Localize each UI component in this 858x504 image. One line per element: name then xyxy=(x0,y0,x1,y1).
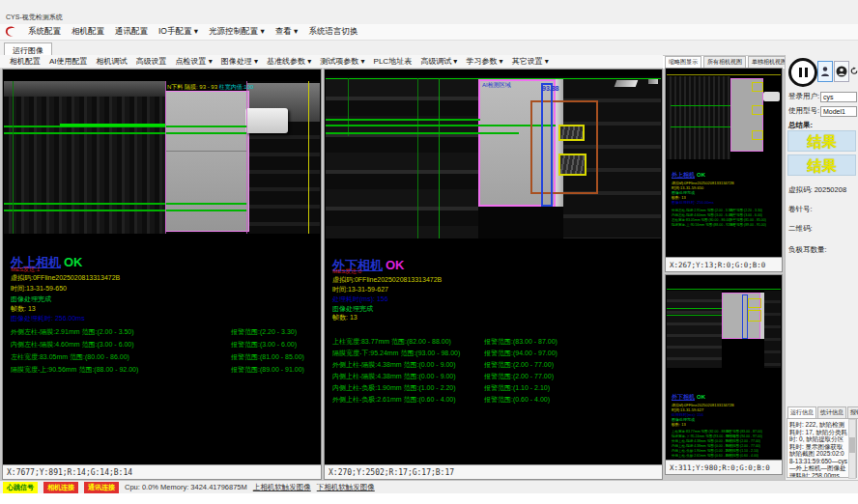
login-user-value[interactable]: cys xyxy=(820,92,857,102)
measurement-text: 内侧左柱-隔膜:4.60mm 范围:(3.00 - 6.00) xyxy=(11,341,134,348)
measurement-row: 隔膜宽度-下:95.24mm 范围:(93.00 - 98.00) 报警范围:(… xyxy=(332,349,659,360)
toolbar-test-params[interactable]: 测试项参数 ▾ xyxy=(320,56,364,67)
result-ok-text: OK xyxy=(697,394,705,400)
reference-line xyxy=(13,81,14,234)
barcode-text: 虚拟码:0FFline2025020813313472B xyxy=(11,273,120,283)
menu-item-io-config[interactable]: IO手配置 ▾ xyxy=(158,26,198,38)
tab-thumbnail-view[interactable]: 缩略图显示 xyxy=(665,56,701,68)
overlay-membrane-text: N下料 隔膜: 93 - 93 xyxy=(167,84,217,90)
alarm-range-text: 报警范围:(2.00 - 77.00) xyxy=(484,372,554,381)
alarm-range-text: 报警范围:(2.20 - 3.30) xyxy=(729,209,762,212)
thumbnail-lower-camera[interactable]: 外下相机OK 虚拟码:0FFline2025020813313472B 时间:1… xyxy=(665,274,783,475)
toolbar-camera-config[interactable]: 相机配置 xyxy=(10,56,41,67)
measure-line xyxy=(671,126,730,127)
pixel-coordinate-bar: X:270;Y:2502;R:17;G:17;B:17 xyxy=(325,464,662,479)
toolbar-advanced-debug[interactable]: 高级调试 ▾ xyxy=(420,56,457,67)
camera-name: 外下相机 xyxy=(672,394,695,400)
toolbar-camera-debug[interactable]: 相机调试 xyxy=(97,56,128,67)
menu-bar: 系统配置 相机配置 通讯配置 IO手配置 ▾ 光源控制配置 ▾ 查看 ▾ 系统语… xyxy=(0,24,858,41)
relogin-button[interactable] xyxy=(850,61,858,80)
negative-tab-count-label: 负极耳数量: xyxy=(788,245,827,255)
machinery-rail xyxy=(4,81,165,97)
measurement-text: 上柱宽度:83.77mm 范围:(82.00 - 88.00) xyxy=(672,430,730,434)
measurement-text: 内侧左柱-隔膜:4.60mm 范围:(3.00 - 6.00) xyxy=(672,213,733,217)
tab-all-cameras-view[interactable]: 所有相机视图 xyxy=(703,56,746,68)
toolbar: 相机配置 AI使用配置 相机调试 高级设置 点检设置 ▾ 图像处理 ▾ 基准线参… xyxy=(0,55,663,69)
thumbnail-upper-camera[interactable]: 外上相机OK 虚拟码:0FFline2025020813313472B 时间:1… xyxy=(665,68,783,272)
operator-icon xyxy=(836,66,847,77)
pause-button[interactable] xyxy=(788,58,817,87)
overlay-width-text: 柱宽内值:100 xyxy=(219,84,254,90)
result-box-upper: 结果 xyxy=(787,130,856,152)
info-scrollbar-thumb[interactable] xyxy=(849,437,855,453)
measurement-row: 内侧左柱-隔膜:4.60mm 范围:(3.00 - 6.00) 报警范围:(3.… xyxy=(11,340,318,351)
mark-box xyxy=(752,130,763,140)
alarm-range-text: 报警范围:(1.10 - 2.10) xyxy=(484,383,550,393)
tab-found-box xyxy=(748,298,761,308)
menu-item-view[interactable]: 查看 ▾ xyxy=(275,26,299,38)
roi-edge-line xyxy=(246,81,247,234)
toolbar-other-settings[interactable]: 其它设置 ▾ xyxy=(512,56,549,67)
run-info-log: 耗时: 222, 缺陷检测耗时: 17, 缺陷分类耗时: 0, 缺陷提取分区耗时… xyxy=(786,418,857,478)
measurement-text: 内侧上柱-隔膜:4.38mm 范围:(0.00 - 9.00) xyxy=(332,373,456,379)
toolbar-spot-check[interactable]: 点检设置 ▾ xyxy=(176,56,213,67)
operator-button[interactable] xyxy=(834,61,849,82)
result-ok-text: OK xyxy=(64,255,83,269)
info-scrollbar[interactable] xyxy=(848,419,856,479)
refresh-arrow-icon xyxy=(850,65,858,77)
toolbar-advanced-settings[interactable]: 高级设置 xyxy=(136,56,167,67)
toolbar-learning-params[interactable]: 学习参数 ▾ xyxy=(466,56,502,67)
measure-line xyxy=(4,132,247,134)
frame-count-text: 帧数: 13 xyxy=(332,313,358,322)
window-titlebar: CYS-视觉检测系统 xyxy=(0,0,858,24)
thumbnail-result-title: 外上相机OK 虚拟码:0FFline2025020813313472B 时间:1… xyxy=(672,163,735,228)
alarm-range-text: 报警范围:(0.60 - 4.00) xyxy=(726,454,758,458)
measure-line xyxy=(326,132,519,134)
measurement-row: 外侧上柱-隔膜:4.38mm 范围:(0.00 - 9.00) 报警范围:(2.… xyxy=(332,360,659,372)
thumbnail-image xyxy=(667,279,781,381)
toolbar-plc-address[interactable]: PLC地址表 xyxy=(374,56,413,67)
pixel-coordinate-bar: X:7677;Y:891;R:14;G:14;B:14 xyxy=(3,464,321,479)
lower-camera-soft-trigger-link[interactable]: 下相机软触发图像 xyxy=(317,483,375,492)
toolbar-image-process[interactable]: 图像处理 ▾ xyxy=(221,56,258,67)
menu-item-system-config[interactable]: 系统配置 xyxy=(28,26,61,38)
gripper-connector xyxy=(245,108,288,133)
alarm-range-text: 报警范围:(89.00 - 91.00) xyxy=(231,365,304,375)
measurement-row: 内侧上柱-负极:1.90mm 范围:(1.00 - 2.20) 报警范围:(1.… xyxy=(332,383,659,395)
login-user-label: 登录用户: xyxy=(788,92,819,101)
control-sidebar: 登录用户: cys 使用型号: Model1 总结果: 结果 结果 虚拟码: 2… xyxy=(785,55,858,480)
menu-item-language-switch[interactable]: 系统语言切换 xyxy=(308,26,358,38)
ai-roi-label: AI检测区域 xyxy=(482,81,511,90)
measurement-text: 外侧上柱-负极:2.61mm 范围:(0.60 - 4.00) xyxy=(332,396,456,403)
toolbar-baseline-params[interactable]: 基准线参数 ▾ xyxy=(267,56,311,67)
alarm-range-text: 报警范围:(2.00 - 77.00) xyxy=(726,439,760,443)
menu-item-camera-config[interactable]: 相机配置 xyxy=(72,26,104,38)
mark-box xyxy=(752,82,763,92)
boundary-line xyxy=(667,74,781,75)
camera-image-lower[interactable]: AI检测区域 93.88 xyxy=(326,76,661,238)
overlay-label: N下料 隔膜: 93 - 93 柱宽内值:100 xyxy=(167,83,253,92)
width-measure-roi xyxy=(541,83,553,207)
menu-item-light-config[interactable]: 光源控制配置 ▾ xyxy=(209,26,265,38)
camera-connection-badge: 相机连接 xyxy=(43,482,78,493)
time-text: 时间:13-31-59-627 xyxy=(332,285,388,294)
measure-line xyxy=(326,125,556,126)
menu-item-comm-config[interactable]: 通讯配置 xyxy=(115,26,148,38)
pixel-coordinate-bar: X:311;Y:980;R:0;G:0;B:0 xyxy=(666,460,782,474)
view-mode-tabs: 缩略图显示 所有相机视图 单独相机视图 xyxy=(665,55,783,68)
model-value[interactable]: Model1 xyxy=(820,106,857,117)
virtual-code-label: 虚拟码: xyxy=(788,185,813,194)
tab-found-box xyxy=(748,310,761,322)
user-login-button[interactable] xyxy=(817,61,833,82)
measurement-row: 上柱宽度:83.77mm 范围:(82.00 - 88.00) 报警范围:(83… xyxy=(332,337,659,349)
result-box-lower: 结果 xyxy=(787,154,856,176)
toolbar-ai-config[interactable]: AI使用配置 xyxy=(49,56,88,67)
window-title: CYS-视觉检测系统 xyxy=(6,13,63,22)
measurement-text: 左柱宽度:83.05mm 范围:(80.00 - 86.00) xyxy=(11,353,129,360)
measurement-row: 隔膜宽度-上:90.56mm 范围:(88.00 - 92.00) 报警范围:(… xyxy=(11,365,318,377)
user-icon xyxy=(820,66,830,77)
reference-line xyxy=(439,78,440,238)
camera-image-upper[interactable]: N下料 隔膜: 93 - 93 柱宽内值:100 xyxy=(4,81,320,234)
upper-camera-soft-trigger-link[interactable]: 上相机软触发图像 xyxy=(253,483,311,492)
measurement-text: 外侧上柱-隔膜:4.38mm 范围:(0.00 - 9.00) xyxy=(672,439,733,443)
